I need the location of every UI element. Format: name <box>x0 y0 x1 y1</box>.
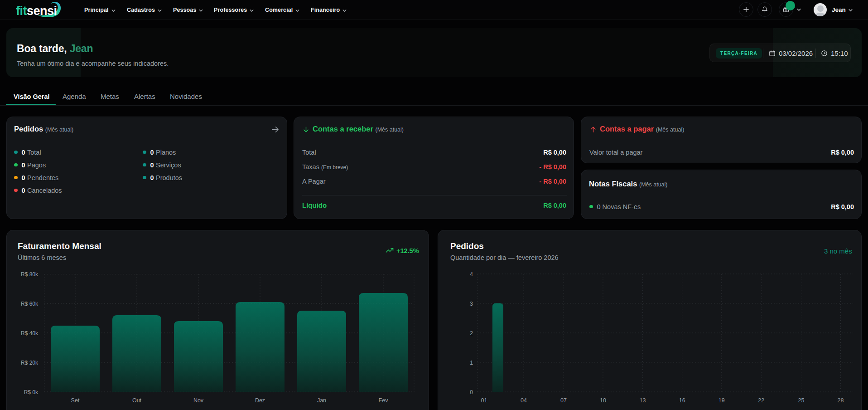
svg-text:Set: Set <box>71 397 80 404</box>
svg-text:22: 22 <box>758 397 764 404</box>
svg-text:R$ 40k: R$ 40k <box>21 330 39 337</box>
svg-text:Nov: Nov <box>193 397 204 404</box>
svg-text:2: 2 <box>470 330 473 337</box>
svg-text:13: 13 <box>640 397 646 404</box>
svg-text:1: 1 <box>470 360 473 366</box>
svg-text:25: 25 <box>798 397 804 404</box>
svg-text:01: 01 <box>481 397 487 404</box>
svg-text:3: 3 <box>470 301 473 307</box>
svg-text:Fev: Fev <box>379 397 389 404</box>
svg-text:Jan: Jan <box>317 397 326 404</box>
svg-text:07: 07 <box>560 397 567 404</box>
svg-text:16: 16 <box>679 397 685 404</box>
svg-text:R$ 80k: R$ 80k <box>21 271 39 278</box>
svg-text:0: 0 <box>470 389 473 395</box>
svg-text:Dez: Dez <box>255 397 265 404</box>
svg-text:R$ 20k: R$ 20k <box>21 360 39 366</box>
svg-text:R$ 0k: R$ 0k <box>24 389 39 395</box>
svg-text:19: 19 <box>719 397 725 404</box>
svg-text:R$ 60k: R$ 60k <box>21 301 39 307</box>
svg-text:4: 4 <box>470 271 473 278</box>
svg-text:28: 28 <box>838 397 844 404</box>
svg-text:04: 04 <box>521 397 527 404</box>
svg-text:10: 10 <box>600 397 606 404</box>
svg-text:fitsensi: fitsensi <box>16 4 57 18</box>
svg-text:Out: Out <box>132 397 142 404</box>
